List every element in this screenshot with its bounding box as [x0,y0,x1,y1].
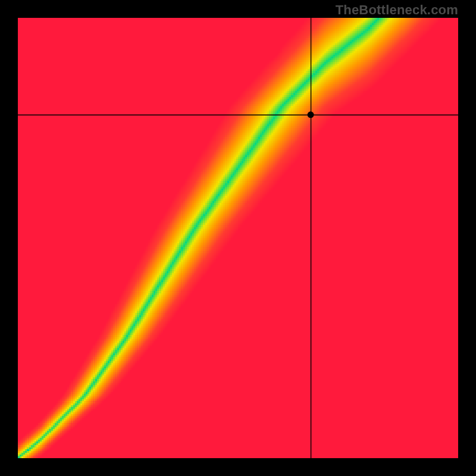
plot-area [18,18,458,458]
watermark-text: TheBottleneck.com [336,2,458,18]
heatmap-canvas [18,18,458,458]
chart-frame: TheBottleneck.com [0,0,476,476]
